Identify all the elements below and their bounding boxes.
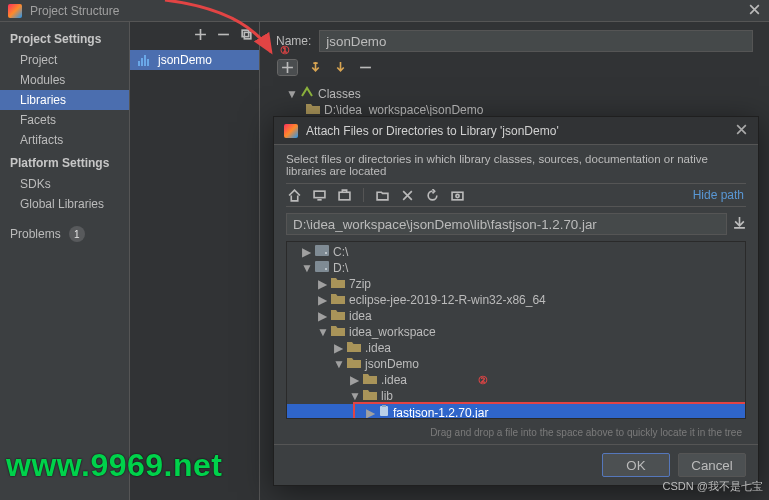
svg-rect-4	[144, 55, 146, 66]
svg-rect-3	[141, 58, 143, 66]
attach-dialog-buttons: OK Cancel	[274, 444, 758, 485]
attach-icon[interactable]	[334, 61, 347, 74]
chevron-down-icon[interactable]: ▼	[333, 357, 343, 371]
tree-toggle-icon[interactable]: ▼	[286, 87, 296, 101]
delete-icon[interactable]	[401, 189, 414, 202]
chevron-right-icon[interactable]: ▶	[317, 309, 327, 323]
name-label: Name	[276, 34, 311, 48]
libraries-panel: jsonDemo	[130, 22, 260, 500]
copy-library-icon[interactable]	[240, 28, 253, 41]
library-name-input[interactable]	[319, 30, 753, 52]
tree-row-folder[interactable]: ▼lib	[287, 388, 745, 404]
add-classes-icon[interactable]	[278, 60, 297, 75]
svg-rect-14	[380, 406, 388, 416]
project-structure-titlebar: Project Structure	[0, 0, 769, 22]
sidebar-item-libraries[interactable]: Libraries	[0, 90, 129, 110]
desktop-icon[interactable]	[313, 189, 326, 202]
tree-row-folder[interactable]: ▶.idea	[287, 340, 745, 356]
attach-dialog-title: Attach Files or Directories to Library '…	[306, 124, 559, 138]
folder-icon	[331, 309, 345, 323]
hide-path-link[interactable]: Hide path	[693, 188, 744, 202]
svg-rect-15	[382, 405, 386, 407]
project-root-icon[interactable]	[338, 189, 351, 202]
chevron-right-icon[interactable]: ▶	[349, 373, 359, 387]
home-icon[interactable]	[288, 189, 301, 202]
folder-icon	[331, 325, 345, 339]
folder-icon	[331, 277, 345, 291]
chevron-right-icon[interactable]: ▶	[317, 293, 327, 307]
intellij-logo-icon	[284, 124, 298, 138]
folder-icon	[347, 357, 361, 371]
remove-classes-icon[interactable]	[359, 61, 372, 74]
chevron-right-icon[interactable]: ▶	[301, 245, 311, 259]
tree-row-jar[interactable]: ▶ fastjson-1.2.70.jar	[287, 404, 745, 419]
refresh-icon[interactable]	[426, 189, 439, 202]
problems-label: Problems	[10, 227, 61, 241]
libraries-toolbar	[130, 22, 259, 46]
class-root-icon	[300, 86, 314, 101]
sidebar-item-project[interactable]: Project	[0, 50, 129, 70]
show-hidden-icon[interactable]	[451, 189, 464, 202]
close-icon[interactable]	[748, 3, 761, 19]
cancel-button[interactable]: Cancel	[678, 453, 746, 477]
problems-count-badge: 1	[69, 226, 85, 242]
svg-rect-6	[314, 191, 325, 198]
attach-dialog-titlebar: Attach Files or Directories to Library '…	[274, 117, 758, 145]
svg-point-9	[456, 194, 459, 197]
filesystem-tree[interactable]: ▶ C:\ ▼ D:\ ▶7zip ▶eclipse-jee-2019-12-R…	[286, 241, 746, 419]
chevron-down-icon[interactable]: ▼	[301, 261, 311, 275]
sidebar-item-global-libraries[interactable]: Global Libraries	[0, 194, 129, 214]
tree-row-folder[interactable]: ▶idea	[287, 308, 745, 324]
tree-row-folder[interactable]: ▶7zip	[287, 276, 745, 292]
jar-icon	[379, 405, 389, 419]
svg-rect-8	[452, 192, 463, 200]
folder-icon	[363, 373, 377, 387]
ok-button[interactable]: OK	[602, 453, 670, 477]
sidebar: Project Settings Project Modules Librari…	[0, 22, 130, 500]
library-row[interactable]: jsonDemo	[130, 50, 259, 70]
sidebar-item-problems[interactable]: Problems 1	[0, 220, 129, 248]
svg-rect-5	[147, 59, 149, 66]
new-folder-icon[interactable]	[376, 189, 389, 202]
add-download-icon[interactable]	[309, 61, 322, 74]
sidebar-item-facets[interactable]: Facets	[0, 110, 129, 130]
drop-hint: Drag and drop a file into the space abov…	[286, 425, 746, 438]
svg-rect-0	[242, 30, 249, 37]
remove-library-icon[interactable]	[217, 28, 230, 41]
dialog-title: Project Structure	[30, 4, 119, 18]
tree-row-folder[interactable]: ▼jsonDemo	[287, 356, 745, 372]
close-icon[interactable]	[735, 123, 748, 139]
folder-icon	[347, 341, 361, 355]
chevron-right-icon[interactable]: ▶	[317, 277, 327, 291]
svg-point-11	[325, 252, 327, 254]
intellij-logo-icon	[8, 4, 22, 18]
chevron-right-icon[interactable]: ▶	[333, 341, 343, 355]
tree-row-folder[interactable]: ▶eclipse-jee-2019-12-R-win32-x86_64	[287, 292, 745, 308]
history-icon[interactable]	[733, 216, 746, 232]
path-input[interactable]	[286, 213, 727, 235]
chevron-down-icon[interactable]: ▼	[317, 325, 327, 339]
add-library-icon[interactable]	[194, 28, 207, 41]
folder-icon	[363, 389, 377, 403]
sidebar-item-modules[interactable]: Modules	[0, 70, 129, 90]
platform-settings-heading: Platform Settings	[0, 150, 129, 174]
sidebar-item-sdks[interactable]: SDKs	[0, 174, 129, 194]
library-bars-icon	[138, 55, 152, 65]
tree-row-folder[interactable]: ▼idea_workspace	[287, 324, 745, 340]
svg-rect-10	[315, 245, 329, 256]
svg-rect-1	[244, 32, 251, 38]
classes-label: Classes	[318, 87, 361, 101]
sidebar-item-artifacts[interactable]: Artifacts	[0, 130, 129, 150]
disk-icon	[315, 261, 329, 275]
library-name: jsonDemo	[158, 53, 212, 67]
chevron-right-icon[interactable]: ▶	[365, 406, 375, 420]
disk-icon	[315, 245, 329, 259]
tree-row-folder[interactable]: ▶.idea	[287, 372, 745, 388]
classes-toolbar	[276, 60, 753, 75]
tree-row-drive[interactable]: ▶ C:\	[287, 244, 745, 260]
tree-row-drive[interactable]: ▼ D:\	[287, 260, 745, 276]
chevron-down-icon[interactable]: ▼	[349, 389, 359, 403]
folder-icon	[306, 103, 320, 117]
svg-rect-7	[339, 192, 350, 200]
folder-icon	[331, 293, 345, 307]
